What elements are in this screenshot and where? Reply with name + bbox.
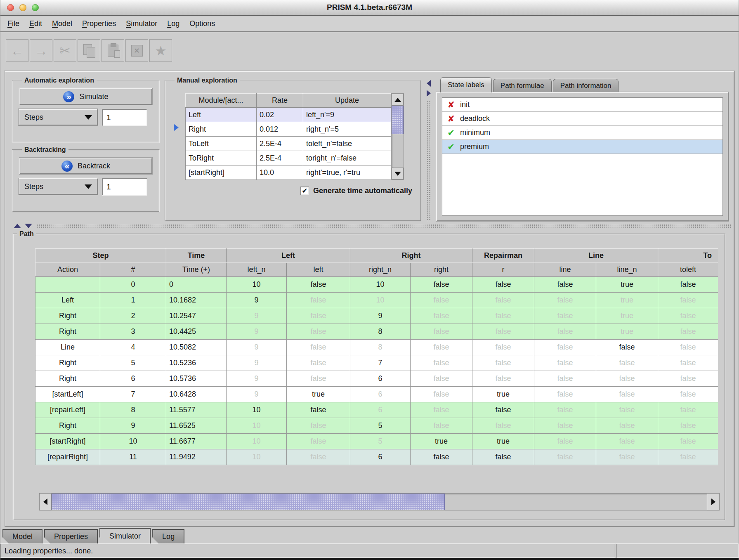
path-row[interactable]: 0010false10falsefalsefalsetruefalsefalse <box>35 277 718 293</box>
path-cell[interactable]: false <box>658 308 718 324</box>
tab-simulator[interactable]: Simulator <box>99 528 151 543</box>
path-cell[interactable]: false <box>472 277 534 293</box>
path-cell[interactable]: false <box>472 324 534 340</box>
horizontal-splitter[interactable] <box>5 222 734 229</box>
scroll-thumb[interactable] <box>52 494 445 510</box>
path-cell[interactable]: 9 <box>350 308 411 324</box>
path-cell[interactable]: true <box>596 277 658 293</box>
path-cell[interactable]: 10 <box>227 402 287 418</box>
path-cell[interactable]: true <box>596 293 658 308</box>
path-cell[interactable]: false <box>287 434 350 449</box>
path-cell[interactable]: false <box>658 355 718 371</box>
path-cell[interactable]: 5 <box>350 434 411 449</box>
path-cell[interactable]: true <box>596 324 658 340</box>
simulate-button[interactable]: » Simulate <box>19 88 152 105</box>
path-cell[interactable]: false <box>411 387 472 402</box>
path-cell[interactable]: true <box>472 434 534 449</box>
path-cell[interactable]: false <box>534 371 596 387</box>
manual-table-row[interactable]: ToRight2.5E-4toright_n'=false <box>186 151 391 165</box>
path-cell[interactable]: Right <box>35 355 100 371</box>
delete-button[interactable]: ✕ <box>125 39 148 62</box>
backtrack-steps-select[interactable]: Steps <box>19 178 98 195</box>
path-cell[interactable]: false <box>534 277 596 293</box>
backtrack-steps-input[interactable]: 1 <box>102 178 147 196</box>
manual-table-scrollbar[interactable] <box>391 93 404 180</box>
backtrack-button[interactable]: « Backtrack <box>19 158 152 174</box>
path-column-header[interactable]: # <box>100 263 166 277</box>
manual-table-cell[interactable]: right'=true, r'=tru <box>303 165 391 180</box>
path-cell[interactable]: [repairRight] <box>35 449 100 465</box>
path-cell[interactable]: false <box>658 418 718 434</box>
path-column-header[interactable]: toleft <box>658 263 718 277</box>
path-cell[interactable]: 9 <box>227 371 287 387</box>
collapse-left-icon[interactable] <box>427 80 431 87</box>
path-cell[interactable]: 10 <box>350 277 411 293</box>
manual-table-row[interactable]: ToLeft2.5E-4toleft_n'=false <box>186 137 391 151</box>
path-cell[interactable]: 11.5577 <box>166 402 227 418</box>
path-cell[interactable]: false <box>534 355 596 371</box>
tab-model[interactable]: Model <box>2 529 42 543</box>
path-cell[interactable]: false <box>658 387 718 402</box>
path-cell[interactable]: false <box>411 449 472 465</box>
path-cell[interactable]: false <box>411 371 472 387</box>
manual-table-cell[interactable]: Right <box>186 122 257 137</box>
state-label-item[interactable]: ✘init <box>442 98 722 112</box>
manual-table-cell[interactable]: ToRight <box>186 151 257 165</box>
manual-col-update[interactable]: Update <box>303 94 391 108</box>
path-cell[interactable]: false <box>472 293 534 308</box>
path-cell[interactable]: false <box>596 387 658 402</box>
path-cell[interactable]: false <box>472 418 534 434</box>
path-cell[interactable]: true <box>411 434 472 449</box>
scroll-down-button[interactable] <box>392 168 404 180</box>
path-cell[interactable]: false <box>287 402 350 418</box>
path-cell[interactable]: 10.5236 <box>166 355 227 371</box>
path-cell[interactable]: 9 <box>227 340 287 355</box>
path-row[interactable]: Left110.16829false10falsefalsefalsetruef… <box>35 293 718 308</box>
path-cell[interactable]: true <box>596 308 658 324</box>
path-cell[interactable]: 6 <box>350 371 411 387</box>
path-cell[interactable]: false <box>658 434 718 449</box>
path-cell[interactable]: false <box>658 402 718 418</box>
path-row[interactable]: Right310.44259false8falsefalsefalsetruef… <box>35 324 718 340</box>
path-cell[interactable]: false <box>596 434 658 449</box>
path-cell[interactable]: false <box>472 340 534 355</box>
path-cell[interactable]: Right <box>35 308 100 324</box>
path-cell[interactable]: 8 <box>350 340 411 355</box>
copy-button[interactable] <box>78 39 100 62</box>
manual-table-cell[interactable]: [startRight] <box>186 165 257 180</box>
menu-simulator[interactable]: Simulator <box>121 19 162 28</box>
path-cell[interactable]: 9 <box>227 308 287 324</box>
state-label-item[interactable]: ✘deadlock <box>442 112 722 126</box>
tab-log[interactable]: Log <box>152 529 184 543</box>
manual-table-cell[interactable]: 0.012 <box>257 122 303 137</box>
state-label-item[interactable]: ✔minimum <box>442 126 722 140</box>
scroll-right-button[interactable] <box>707 493 720 510</box>
path-cell[interactable]: false <box>596 418 658 434</box>
path-column-header[interactable]: Time (+) <box>166 263 227 277</box>
path-cell[interactable]: 8 <box>100 402 166 418</box>
manual-table-cell[interactable]: Left <box>186 108 257 122</box>
manual-table-cell[interactable]: ToLeft <box>186 137 257 151</box>
tab-properties[interactable]: Properties <box>44 529 98 543</box>
path-cell[interactable]: false <box>411 355 472 371</box>
path-cell[interactable]: 0 <box>166 277 227 293</box>
path-cell[interactable]: 4 <box>100 340 166 355</box>
path-cell[interactable]: false <box>534 308 596 324</box>
menu-options[interactable]: Options <box>184 19 220 28</box>
path-column-header[interactable]: line_n <box>596 263 658 277</box>
simulate-steps-select[interactable]: Steps <box>19 109 98 125</box>
path-cell[interactable]: 10.6428 <box>166 387 227 402</box>
path-cell[interactable]: false <box>596 371 658 387</box>
path-cell[interactable]: false <box>287 308 350 324</box>
menu-edit[interactable]: Edit <box>24 19 47 28</box>
path-cell[interactable]: 10.1682 <box>166 293 227 308</box>
path-cell[interactable]: 5 <box>350 418 411 434</box>
path-cell[interactable]: 5 <box>100 355 166 371</box>
path-cell[interactable]: false <box>287 449 350 465</box>
path-cell[interactable]: false <box>534 434 596 449</box>
scroll-track[interactable] <box>392 106 404 168</box>
path-cell[interactable]: 10 <box>227 449 287 465</box>
path-cell[interactable]: Left <box>35 293 100 308</box>
scroll-left-button[interactable] <box>39 493 52 510</box>
path-cell[interactable]: 6 <box>350 449 411 465</box>
